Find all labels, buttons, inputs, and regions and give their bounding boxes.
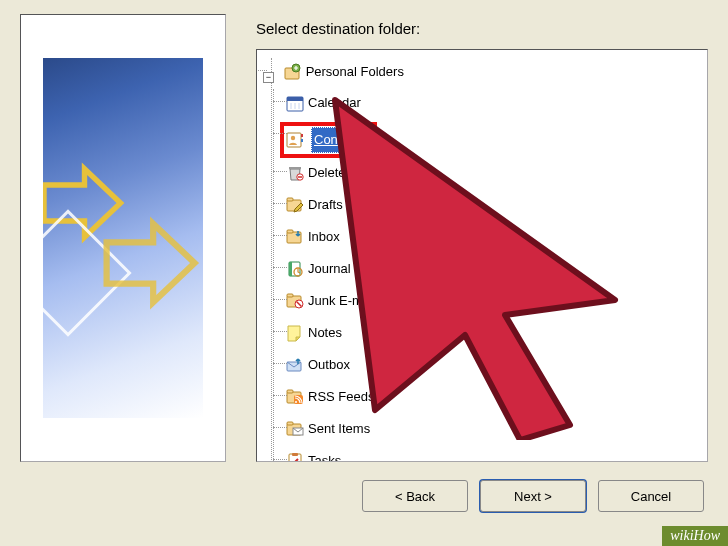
tree-item-label: Calendar [308, 91, 361, 115]
svg-rect-33 [287, 422, 293, 425]
instruction-label: Select destination folder: [256, 20, 708, 37]
sent-items-icon [286, 420, 304, 438]
tree-item-label: Notes [308, 321, 342, 345]
tree-item-tasks[interactable]: Tasks [283, 448, 344, 462]
dialog-button-row: < Back Next > Cancel [20, 480, 708, 512]
contacts-icon [286, 131, 304, 149]
tree-item-contacts[interactable]: Contacts [308, 126, 371, 154]
tree-item-junk-e-mail[interactable]: Junk E-mail [283, 288, 379, 314]
drafts-icon [286, 196, 304, 214]
next-button[interactable]: Next > [480, 480, 586, 512]
notes-icon [286, 324, 304, 342]
svg-rect-24 [287, 294, 293, 297]
svg-rect-17 [287, 198, 293, 201]
svg-rect-29 [287, 390, 293, 393]
dialog-content: Select destination folder: − Personal Fo… [20, 14, 708, 462]
inbox-icon [286, 228, 304, 246]
tree-item-drafts[interactable]: Drafts [283, 192, 346, 218]
tree-item-outbox[interactable]: Outbox [283, 352, 353, 378]
svg-point-10 [291, 136, 295, 140]
personal-folders-icon [284, 63, 302, 81]
tree-item-journal[interactable]: Journal [283, 256, 354, 282]
wizard-side-panel [20, 14, 226, 462]
tree-item-label: Sent Items [308, 417, 370, 441]
svg-rect-18 [287, 232, 301, 243]
back-button[interactable]: < Back [362, 480, 468, 512]
tree-item-rss-feeds[interactable]: RSS Feeds [283, 384, 377, 410]
svg-point-31 [295, 401, 297, 403]
svg-marker-1 [107, 224, 195, 303]
tree-item-sent-items[interactable]: Sent Items [283, 416, 373, 442]
tree-item-label: Drafts [308, 193, 343, 217]
svg-rect-19 [287, 230, 293, 233]
tutorial-highlight: Contacts [280, 122, 377, 158]
calendar-icon [286, 94, 304, 112]
tree-item-label: Tasks [308, 449, 341, 462]
tree-root-personal-folders[interactable]: Personal Folders [281, 59, 407, 85]
tree-item-inbox[interactable]: Inbox [283, 224, 343, 250]
journal-icon [286, 260, 304, 278]
tree-item-deleted-items[interactable]: Deleted Items [283, 160, 391, 186]
tree-item-label: Journal [308, 257, 351, 281]
tree-item-label: Outbox [308, 353, 350, 377]
tree-item-label: Junk E-mail [308, 289, 376, 313]
tree-item-label: Deleted Items [308, 161, 388, 185]
tree-item-label: Personal Folders [306, 60, 404, 84]
folder-tree[interactable]: − Personal Folders CalendarContactsDelet… [256, 49, 708, 462]
svg-rect-12 [301, 139, 303, 142]
wizard-graphic [43, 58, 203, 418]
decor-arrow-icon [96, 211, 200, 315]
watermark: wikiHow [662, 526, 728, 546]
svg-rect-11 [301, 134, 303, 137]
rss-feeds-icon [286, 388, 304, 406]
svg-rect-13 [289, 167, 301, 169]
junk-e-mail-icon [286, 292, 304, 310]
tasks-icon [286, 452, 304, 462]
deleted-items-icon [286, 164, 304, 182]
tree-item-notes[interactable]: Notes [283, 320, 345, 346]
tree-item-label: Inbox [308, 225, 340, 249]
tree-item-label: RSS Feeds [308, 385, 374, 409]
tree-item-calendar[interactable]: Calendar [283, 90, 364, 116]
right-area: Select destination folder: − Personal Fo… [256, 14, 708, 462]
svg-rect-21 [289, 262, 292, 276]
svg-rect-5 [287, 97, 303, 101]
outbox-icon [286, 356, 304, 374]
svg-rect-36 [292, 453, 298, 456]
tree-item-label: Contacts [311, 127, 368, 153]
import-export-wizard-step: Select destination folder: − Personal Fo… [0, 0, 728, 546]
cancel-button[interactable]: Cancel [598, 480, 704, 512]
expand-toggle[interactable]: − [263, 72, 274, 83]
